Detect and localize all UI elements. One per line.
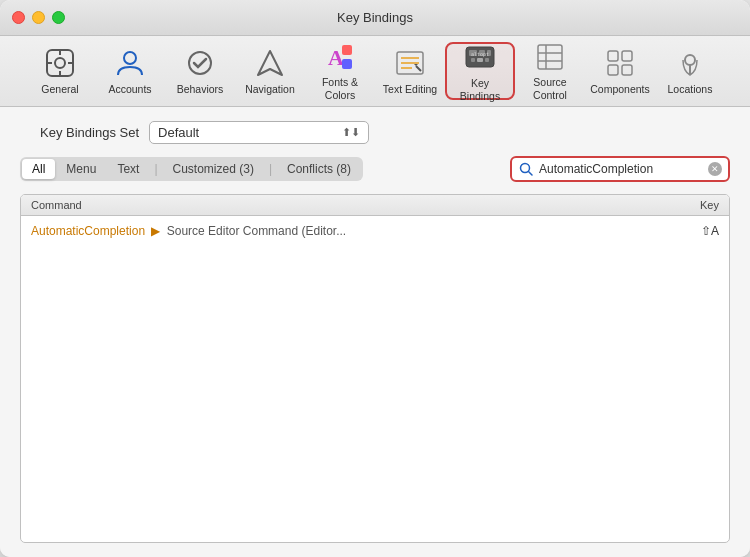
svg-point-6 — [124, 52, 136, 64]
filter-tabs: All Menu Text | Customized (3) | Conflic… — [20, 157, 363, 181]
keybinding-set-select[interactable]: Default ⬆⬇ — [149, 121, 369, 144]
table-body: AutomaticCompletion ▶ Source Editor Comm… — [21, 216, 729, 246]
search-clear-button[interactable]: ✕ — [708, 162, 722, 176]
table-header: Command Key — [21, 195, 729, 216]
svg-rect-24 — [485, 58, 489, 62]
filter-tab-customized[interactable]: Customized (3) — [163, 159, 264, 179]
column-key: Key — [639, 199, 719, 211]
svg-point-35 — [685, 55, 695, 65]
command-paren: (Editor... — [301, 224, 346, 238]
command-secondary: Source Editor Command — [167, 224, 298, 238]
locations-icon — [672, 46, 708, 80]
search-icon — [518, 161, 534, 177]
toolbar-label-text-editing: Text Editing — [383, 83, 437, 96]
toolbar-item-navigation[interactable]: Navigation — [235, 42, 305, 100]
toolbar-label-locations: Locations — [668, 83, 713, 96]
search-box[interactable]: ✕ — [510, 156, 730, 182]
svg-text:A: A — [328, 45, 344, 70]
cell-command: AutomaticCompletion ▶ Source Editor Comm… — [31, 224, 639, 238]
main-window: Key Bindings General — [0, 0, 750, 557]
traffic-lights — [12, 11, 65, 24]
filter-tab-text[interactable]: Text — [107, 159, 149, 179]
window-title: Key Bindings — [337, 10, 413, 25]
command-arrow: ▶ — [151, 224, 163, 238]
results-table: Command Key AutomaticCompletion ▶ Source… — [20, 194, 730, 543]
svg-marker-17 — [414, 64, 418, 66]
general-icon — [42, 46, 78, 80]
svg-rect-32 — [622, 51, 632, 61]
svg-rect-11 — [342, 59, 352, 69]
cell-key: ⇧A — [639, 224, 719, 238]
filter-tab-menu[interactable]: Menu — [56, 159, 106, 179]
svg-rect-22 — [471, 58, 475, 62]
title-bar: Key Bindings — [0, 0, 750, 36]
content-area: Key Bindings Set Default ⬆⬇ All Menu Tex… — [0, 107, 750, 557]
toolbar-label-components: Components — [590, 83, 650, 96]
toolbar-item-accounts[interactable]: Accounts — [95, 42, 165, 100]
svg-text:alt: alt — [471, 51, 480, 57]
svg-rect-33 — [608, 65, 618, 75]
table-row[interactable]: AutomaticCompletion ▶ Source Editor Comm… — [21, 220, 729, 242]
behaviors-icon — [182, 46, 218, 80]
svg-rect-27 — [538, 45, 562, 69]
toolbar-item-fonts-colors[interactable]: A Fonts & Colors — [305, 42, 375, 100]
svg-marker-8 — [258, 51, 282, 75]
toolbar-item-locations[interactable]: Locations — [655, 42, 725, 100]
toolbar: General Accounts Behaviors — [0, 36, 750, 107]
keybinding-set-row: Key Bindings Set Default ⬆⬇ — [20, 121, 730, 144]
svg-rect-23 — [477, 58, 483, 62]
toolbar-item-behaviors[interactable]: Behaviors — [165, 42, 235, 100]
svg-point-7 — [189, 52, 211, 74]
toolbar-label-source-control: Source Control — [519, 76, 581, 101]
toolbar-item-text-editing[interactable]: Text Editing — [375, 42, 445, 100]
toolbar-item-key-bindings[interactable]: alt opt Key Bindings — [445, 42, 515, 100]
svg-rect-34 — [622, 65, 632, 75]
close-button[interactable] — [12, 11, 25, 24]
search-input[interactable] — [539, 162, 703, 176]
key-bindings-icon: alt opt — [462, 40, 498, 74]
maximize-button[interactable] — [52, 11, 65, 24]
toolbar-label-behaviors: Behaviors — [177, 83, 224, 96]
fonts-colors-icon: A — [322, 41, 358, 73]
svg-line-37 — [529, 172, 533, 176]
filter-tab-separator1: | — [150, 159, 161, 179]
toolbar-label-key-bindings: Key Bindings — [451, 77, 509, 102]
chevron-down-icon: ⬆⬇ — [342, 126, 360, 139]
filter-tab-separator2: | — [265, 159, 276, 179]
filter-tab-conflicts[interactable]: Conflicts (8) — [277, 159, 361, 179]
svg-text:opt: opt — [480, 51, 489, 58]
text-editing-icon — [392, 46, 428, 80]
svg-rect-10 — [342, 45, 352, 55]
toolbar-item-source-control[interactable]: Source Control — [515, 42, 585, 100]
svg-rect-31 — [608, 51, 618, 61]
minimize-button[interactable] — [32, 11, 45, 24]
filter-tab-all[interactable]: All — [22, 159, 55, 179]
command-link: AutomaticCompletion — [31, 224, 145, 238]
svg-point-1 — [55, 58, 65, 68]
toolbar-label-navigation: Navigation — [245, 83, 295, 96]
accounts-icon — [112, 46, 148, 80]
toolbar-label-fonts-colors: Fonts & Colors — [309, 76, 371, 101]
keybinding-set-value: Default — [158, 125, 199, 140]
column-command: Command — [31, 199, 639, 211]
components-icon — [602, 46, 638, 80]
toolbar-item-components[interactable]: Components — [585, 42, 655, 100]
source-control-icon — [532, 41, 568, 73]
filter-row: All Menu Text | Customized (3) | Conflic… — [20, 156, 730, 182]
toolbar-label-accounts: Accounts — [108, 83, 151, 96]
svg-line-16 — [416, 66, 421, 71]
keybinding-set-label: Key Bindings Set — [40, 125, 139, 140]
navigation-icon — [252, 46, 288, 80]
toolbar-label-general: General — [41, 83, 78, 96]
toolbar-item-general[interactable]: General — [25, 42, 95, 100]
